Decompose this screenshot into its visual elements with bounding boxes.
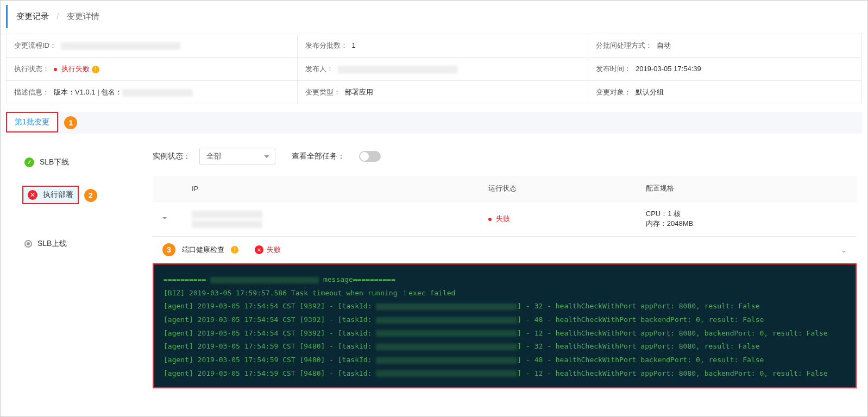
step-label: 执行部署 <box>43 190 73 200</box>
label-desc: 描述信息： <box>14 88 49 96</box>
label-publish-time: 发布时间： <box>596 65 631 73</box>
value-publish-time: 2019-03-05 17:54:39 <box>636 65 701 73</box>
label-view-all-tasks: 查看全部任务： <box>292 151 345 161</box>
info-table: 变更流程ID： 发布分批数：1 分批间处理方式：自动 执行状态： 执行失败! 发… <box>6 34 862 104</box>
check-icon: ✓ <box>24 157 34 167</box>
label-instance-state: 实例状态： <box>153 151 191 161</box>
cell-run-status: 失败 <box>496 214 510 223</box>
health-check-status: 失败 <box>267 245 281 255</box>
close-icon: ✕ <box>255 245 263 254</box>
value-change-target: 默认分组 <box>636 88 664 96</box>
label-change-type: 变更类型： <box>305 88 341 96</box>
col-ip: IP <box>182 176 479 201</box>
step-slb-online[interactable]: SLB上线 <box>22 237 147 251</box>
value-desc-prefix: 版本：V1.0.1 | 包名： <box>54 88 122 96</box>
value-publisher-redacted <box>338 66 457 73</box>
label-batch-count: 发布分批数： <box>305 41 348 49</box>
breadcrumb-change-detail: 变更详情 <box>67 11 99 21</box>
close-icon: ✕ <box>28 190 37 200</box>
annotation-3: 3 <box>162 243 175 256</box>
step-slb-offline[interactable]: ✓ SLB下线 <box>22 155 147 169</box>
status-dot-icon <box>54 68 57 71</box>
label-publisher: 发布人： <box>305 65 334 73</box>
tab-batch-1[interactable]: 第1批变更 <box>6 112 58 132</box>
instance-table: IP 运行状态 配置规格 失败 CPU：1 核内存：2048MB <box>153 176 857 389</box>
value-batch-count: 1 <box>352 41 356 49</box>
toggle-view-all-tasks[interactable] <box>359 151 381 162</box>
select-instance-state[interactable]: 全部 <box>199 148 275 165</box>
chevron-down-icon[interactable]: ⌄ <box>841 246 847 254</box>
annotation-1: 1 <box>64 116 77 129</box>
console-log: ========== message========== [BIZ] 2019-… <box>153 263 857 388</box>
label-change-target: 变更对象： <box>596 88 631 96</box>
value-change-type: 部署应用 <box>345 88 373 96</box>
cell-spec-cpu: CPU：1 核 <box>646 209 847 219</box>
label-batch-mode: 分批间处理方式： <box>596 41 652 49</box>
step-label: SLB上线 <box>37 239 67 249</box>
select-value: 全部 <box>206 151 222 161</box>
label-change-id: 变更流程ID： <box>14 41 56 49</box>
cell-ip-redacted <box>192 211 262 218</box>
label-exec-status: 执行状态： <box>14 65 49 73</box>
health-check-row[interactable]: 3 端口健康检查 ! ✕失败 ⌄ <box>153 237 857 263</box>
table-row[interactable]: 失败 CPU：1 核内存：2048MB <box>153 201 857 237</box>
col-spec: 配置规格 <box>636 176 857 201</box>
warning-icon[interactable]: ! <box>92 66 99 73</box>
warning-icon: ! <box>231 246 238 254</box>
annotation-2: 2 <box>84 189 97 202</box>
value-exec-status: 执行失败 <box>61 65 90 73</box>
breadcrumb-separator: / <box>51 11 64 21</box>
breadcrumb: 变更记录 / 变更详情 <box>6 5 862 28</box>
value-desc-redacted <box>122 89 193 97</box>
step-execute-deploy[interactable]: ✕ 执行部署 <box>22 186 79 204</box>
value-batch-mode: 自动 <box>657 41 671 49</box>
step-label: SLB下线 <box>40 157 69 167</box>
cell-spec-mem: 内存：2048MB <box>646 219 847 229</box>
expand-icon[interactable] <box>162 217 167 222</box>
value-change-id-redacted <box>61 42 180 50</box>
pending-icon <box>24 240 32 248</box>
breadcrumb-change-log[interactable]: 变更记录 <box>16 11 49 21</box>
col-run-status: 运行状态 <box>479 176 636 201</box>
health-check-title: 端口健康检查 <box>182 245 224 255</box>
cell-ip-redacted-2 <box>192 220 262 228</box>
step-list: ✓ SLB下线 ✕ 执行部署 2 SLB上线 <box>6 139 147 389</box>
status-dot-icon <box>488 218 492 221</box>
